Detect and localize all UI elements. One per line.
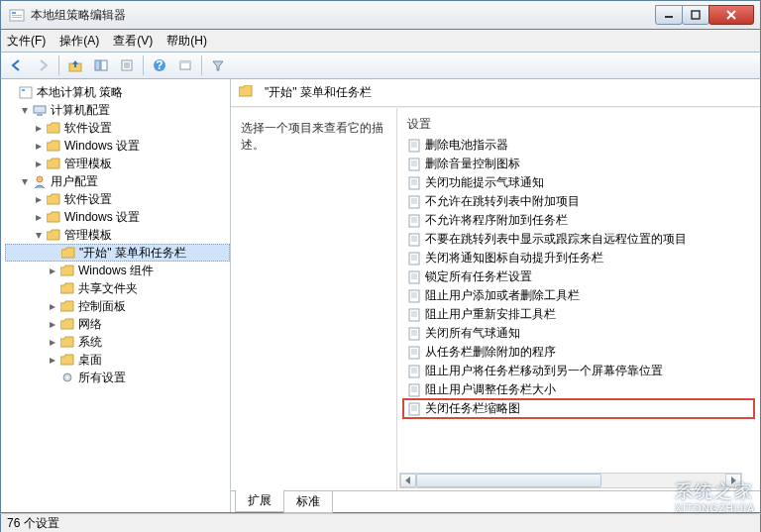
expand-icon[interactable]: ▸ (47, 353, 58, 367)
scroll-thumb[interactable] (416, 474, 601, 487)
setting-row[interactable]: 阻止用户将任务栏移动到另一个屏幕停靠位置 (403, 362, 754, 380)
setting-label: 关闭所有气球通知 (425, 325, 520, 342)
help-button[interactable]: ? (148, 54, 171, 76)
folder-icon (60, 245, 76, 261)
svg-rect-32 (409, 177, 419, 189)
setting-icon (407, 402, 421, 416)
setting-row[interactable]: 关闭任务栏缩略图 (403, 399, 754, 418)
folder-icon (46, 209, 61, 225)
tree-item-system[interactable]: ▸ 系统 (5, 333, 230, 351)
scroll-right-button[interactable] (725, 474, 741, 487)
setting-row[interactable]: 阻止用户调整任务栏大小 (403, 380, 754, 399)
setting-row[interactable]: 删除音量控制图标 (403, 155, 754, 173)
tree-admin-templates[interactable]: ▾ 管理模板 (5, 226, 230, 244)
tree-item-all-settings[interactable]: ▸ 所有设置 (5, 369, 230, 386)
tree-item[interactable]: ▸ 管理模板 (5, 155, 230, 172)
properties-button[interactable] (115, 54, 139, 76)
tab-extended[interactable]: 扩展 (235, 489, 284, 512)
setting-icon (407, 289, 421, 303)
setting-label: 删除电池指示器 (425, 137, 508, 154)
column-header-setting[interactable]: 设置 (397, 108, 760, 134)
toolbar-separator (201, 55, 202, 75)
expand-icon[interactable]: ▸ (47, 299, 58, 313)
setting-row[interactable]: 关闭所有气球通知 (403, 324, 754, 343)
expand-icon[interactable]: ▸ (33, 121, 45, 135)
expand-icon[interactable]: ▸ (33, 210, 45, 224)
expand-icon[interactable]: ▸ (47, 317, 58, 331)
tree-label: 系统 (78, 334, 102, 351)
content-pane: "开始" 菜单和任务栏 选择一个项目来查看它的描述。 设置 删除电池指示器 删除… (231, 79, 760, 512)
settings-icon (59, 370, 75, 385)
tree-pane[interactable]: ▸ 本地计算机 策略 ▾ 计算机配置 ▸ 软件设置 ▸ Windows 设置 ▸… (1, 79, 231, 512)
collapse-icon[interactable]: ▾ (19, 174, 31, 188)
collapse-icon[interactable]: ▾ (33, 228, 45, 242)
tree-item[interactable]: ▸ Windows 设置 (5, 137, 230, 155)
tree-item-shared-folders[interactable]: ▸ 共享文件夹 (5, 279, 230, 297)
svg-rect-17 (20, 87, 32, 98)
setting-row[interactable]: 阻止用户添加或者删除工具栏 (403, 286, 754, 305)
tab-standard[interactable]: 标准 (283, 491, 333, 513)
tree-label: 软件设置 (64, 120, 112, 137)
content-body: 选择一个项目来查看它的描述。 设置 删除电池指示器 删除音量控制图标 关闭功能提… (231, 107, 760, 490)
svg-rect-2 (12, 15, 22, 16)
collapse-icon[interactable]: ▾ (19, 103, 31, 117)
settings-list-scroll[interactable]: 删除电池指示器 删除音量控制图标 关闭功能提示气球通知 不允许在跳转列表中附加项… (397, 134, 760, 490)
svg-rect-44 (409, 234, 419, 246)
up-level-button[interactable] (63, 54, 87, 76)
setting-icon (407, 365, 421, 378)
maximize-button[interactable] (682, 5, 709, 25)
setting-row[interactable]: 不允许在跳转列表中附加项目 (403, 192, 754, 211)
tree-computer-config[interactable]: ▾ 计算机配置 (5, 101, 230, 119)
expand-icon[interactable]: ▸ (33, 139, 45, 153)
computer-icon (32, 102, 48, 118)
svg-rect-64 (409, 328, 419, 340)
tree-root[interactable]: ▸ 本地计算机 策略 (5, 83, 230, 101)
forward-button[interactable] (31, 54, 54, 76)
horizontal-scrollbar[interactable] (399, 473, 742, 488)
expand-icon[interactable]: ▸ (33, 157, 45, 170)
svg-rect-18 (22, 89, 25, 91)
tree-item[interactable]: ▸ 软件设置 (5, 190, 230, 208)
title-bar: 本地组策略编辑器 (0, 0, 761, 30)
tree-item-win-components[interactable]: ▸ Windows 组件 (5, 262, 230, 279)
expand-icon[interactable]: ▸ (33, 192, 45, 206)
tree-item-control-panel[interactable]: ▸ 控制面板 (5, 297, 230, 315)
tree-user-config[interactable]: ▾ 用户配置 (5, 172, 230, 190)
tree-item-network[interactable]: ▸ 网络 (5, 315, 230, 333)
setting-icon (407, 195, 421, 209)
tree-item-desktop[interactable]: ▸ 桌面 (5, 351, 230, 369)
svg-point-21 (37, 176, 43, 182)
menu-help[interactable]: 帮助(H) (166, 33, 207, 50)
setting-row[interactable]: 阻止用户重新安排工具栏 (403, 305, 754, 324)
menu-action[interactable]: 操作(A) (59, 33, 99, 50)
svg-rect-76 (409, 384, 419, 396)
setting-row[interactable]: 锁定所有任务栏设置 (403, 267, 754, 286)
menu-file[interactable]: 文件(F) (7, 33, 46, 50)
setting-row[interactable]: 关闭将通知图标自动提升到任务栏 (403, 249, 754, 267)
setting-row[interactable]: 关闭功能提示气球通知 (403, 173, 754, 192)
svg-rect-24 (409, 140, 419, 152)
show-hide-tree-button[interactable] (89, 54, 113, 76)
back-button[interactable] (5, 54, 29, 76)
filter-button[interactable] (206, 54, 230, 76)
scroll-track[interactable] (416, 474, 725, 487)
expand-icon[interactable]: ▸ (47, 335, 58, 349)
setting-row[interactable]: 不允许将程序附加到任务栏 (403, 211, 754, 230)
tree-item-start-taskbar[interactable]: ▸ "开始" 菜单和任务栏 (5, 244, 230, 262)
setting-row[interactable]: 删除电池指示器 (403, 136, 754, 155)
minimize-button[interactable] (655, 5, 683, 25)
scroll-left-button[interactable] (400, 474, 416, 487)
setting-icon (407, 270, 421, 284)
description-column: 选择一个项目来查看它的描述。 (231, 108, 397, 490)
tree-item[interactable]: ▸ Windows 设置 (5, 208, 230, 226)
svg-rect-72 (409, 366, 419, 377)
tree-item[interactable]: ▸ 软件设置 (5, 119, 230, 137)
options-button[interactable] (173, 54, 197, 76)
setting-row[interactable]: 从任务栏删除附加的程序 (403, 343, 754, 362)
expand-icon[interactable]: ▸ (47, 264, 58, 277)
svg-rect-56 (409, 290, 419, 302)
close-button[interactable] (708, 5, 754, 25)
menu-view[interactable]: 查看(V) (113, 33, 153, 50)
setting-label: 阻止用户调整任务栏大小 (425, 381, 556, 398)
setting-row[interactable]: 不要在跳转列表中显示或跟踪来自远程位置的项目 (403, 230, 754, 249)
